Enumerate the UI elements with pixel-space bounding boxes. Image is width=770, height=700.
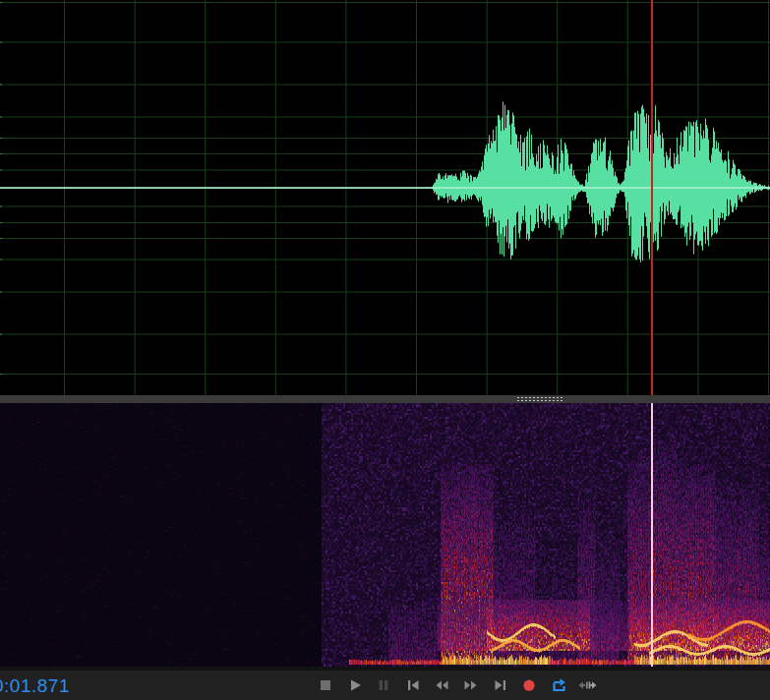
play-button[interactable] <box>344 673 366 697</box>
move-playhead-previous-button[interactable] <box>402 673 424 697</box>
audio-editor-window: 0:01.871 <box>0 0 770 700</box>
skip-selection-icon <box>578 676 597 694</box>
skip-next-icon <box>492 676 509 694</box>
pause-icon <box>375 676 392 694</box>
skip-previous-icon <box>404 676 422 694</box>
fast-forward-icon <box>462 676 480 694</box>
play-icon <box>346 676 364 694</box>
transport-bar: 0:01.871 <box>0 671 770 700</box>
loop-playback-icon <box>550 676 567 694</box>
panel-splitter[interactable] <box>0 395 770 403</box>
spectrogram-canvas[interactable] <box>0 403 770 667</box>
splitter-grip-icon[interactable] <box>516 396 563 402</box>
timecode-display[interactable]: 0:01.871 <box>0 671 70 700</box>
move-playhead-next-button[interactable] <box>490 673 511 697</box>
playhead-spectrogram[interactable] <box>651 403 653 667</box>
record-button[interactable] <box>518 673 540 697</box>
stop-button[interactable] <box>315 673 336 697</box>
playhead-waveform[interactable] <box>651 0 653 395</box>
rewind-button[interactable] <box>431 673 452 697</box>
transport-controls <box>315 671 606 700</box>
loop-playback-button[interactable] <box>548 673 569 697</box>
record-icon <box>520 676 538 694</box>
fast-forward-button[interactable] <box>460 673 482 697</box>
rewind-icon <box>433 676 450 694</box>
skip-selection-button[interactable] <box>576 673 598 697</box>
pause-button[interactable] <box>373 673 394 697</box>
stop-icon <box>317 676 334 694</box>
waveform-canvas[interactable] <box>0 0 770 395</box>
